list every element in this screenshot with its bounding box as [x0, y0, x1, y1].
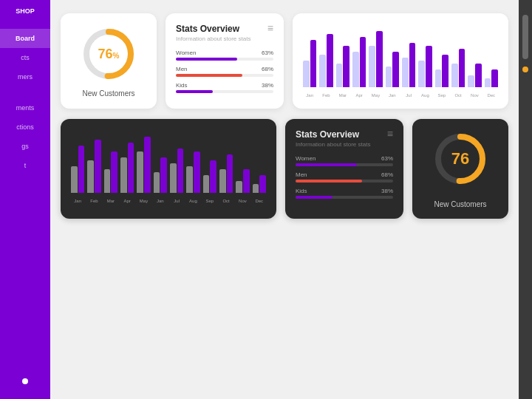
donut-dark-value: 76 — [451, 149, 469, 168]
bar-b — [259, 175, 266, 193]
bar-month-label: Jul — [402, 93, 415, 98]
bar-group — [137, 137, 150, 193]
bar-a — [369, 46, 375, 87]
bar-b — [95, 140, 101, 193]
bar-a — [485, 78, 491, 87]
bar-group — [386, 52, 399, 87]
bar-group — [186, 151, 200, 193]
bar-b — [227, 154, 233, 193]
stat-row-women: Women 63% — [176, 50, 273, 61]
bar-a — [253, 184, 259, 193]
bar-month-label: Mar — [336, 93, 349, 98]
bar-b — [128, 143, 134, 193]
bar-month-label: Jul — [170, 199, 183, 203]
bar-group — [219, 154, 233, 193]
stat-dark-value-men: 68% — [381, 171, 393, 178]
bar-month-label: Aug — [186, 199, 200, 203]
bar-b — [491, 69, 498, 87]
stat-label-men: Men — [176, 66, 188, 72]
bar-group — [87, 140, 100, 193]
bar-group — [485, 69, 498, 87]
stat-value-kids: 38% — [262, 82, 273, 89]
bar-b — [442, 55, 449, 87]
stat-dark-row-men: Men 68% — [296, 171, 393, 183]
sidebar-item-ments[interactable]: ments — [0, 98, 50, 117]
bar-month-label: Sep — [203, 199, 216, 203]
stats-dark-subtitle: Information about store stats — [296, 141, 393, 148]
bar-month-label: May — [137, 199, 150, 203]
bar-a — [137, 151, 143, 193]
bar-a — [236, 181, 242, 193]
bar-group — [319, 34, 332, 87]
donut-light-value: 76% — [98, 47, 120, 62]
sidebar-bottom-dot — [22, 378, 28, 384]
stats-light-card: ≡ Stats Overview Information about store… — [166, 13, 284, 109]
bar-a — [336, 64, 343, 87]
bar-month-label: Apr — [352, 93, 366, 98]
stats-dark-menu-icon[interactable]: ≡ — [387, 128, 393, 140]
bar-group — [120, 143, 134, 193]
stats-light-title: Stats Overview — [176, 24, 273, 34]
stat-value-women: 63% — [262, 50, 273, 56]
stats-light-menu-icon[interactable]: ≡ — [267, 22, 273, 34]
stat-dark-value-kids: 38% — [381, 188, 393, 194]
bar-b — [327, 34, 333, 87]
bar-group — [352, 37, 366, 87]
bar-group — [369, 31, 382, 87]
bar-a — [468, 75, 474, 87]
bar-group — [170, 149, 183, 193]
sidebar-item-cts[interactable]: cts — [0, 48, 50, 67]
bar-b — [376, 31, 383, 87]
bar-month-label: Feb — [87, 199, 100, 203]
scrollbar-thumb[interactable] — [522, 15, 528, 59]
bar-b — [243, 169, 250, 193]
bar-a — [186, 166, 193, 193]
sidebar-item-label: ctions — [16, 123, 34, 131]
sidebar-item-label: Board — [16, 35, 35, 42]
bar-b — [210, 160, 216, 193]
bar-group — [236, 169, 249, 193]
donut-light-card: 76% New Customers — [61, 13, 157, 109]
bar-group — [71, 146, 84, 193]
sidebar-item-label: mers — [18, 73, 33, 81]
bar-month-label: Oct — [219, 199, 233, 203]
bar-a — [386, 66, 392, 87]
sidebar-item-label: cts — [21, 54, 30, 61]
sidebar-item-board[interactable]: Board — [0, 29, 50, 48]
bar-b — [409, 43, 416, 87]
bar-b — [310, 40, 317, 87]
donut-dark-chart: 76 — [431, 129, 490, 188]
stat-dark-value-women: 63% — [381, 155, 393, 162]
stat-dark-label-kids: Kids — [296, 188, 307, 194]
bar-a — [451, 64, 458, 87]
stat-row-men: Men 68% — [176, 66, 273, 77]
sidebar-item-empty[interactable] — [0, 86, 50, 98]
bar-chart-dark-card: JanFebMarAprMayJanJulAugSepOctNovDec — [61, 119, 276, 219]
donut-dark-title: New Customers — [434, 200, 486, 208]
bar-a — [418, 61, 425, 87]
sidebar-item-ctions[interactable]: ctions — [0, 117, 50, 137]
bar-a — [154, 172, 160, 193]
bar-month-label: May — [369, 93, 382, 98]
sidebar-item-gs[interactable]: gs — [0, 137, 50, 156]
bar-month-label: Apr — [120, 199, 134, 203]
bar-b — [459, 49, 466, 87]
bar-b — [392, 52, 399, 87]
bar-month-label: Feb — [319, 93, 332, 98]
sidebar-item-mers[interactable]: mers — [0, 67, 50, 86]
bar-chart-light-labels: JanFebMarAprMayJanJulAugSepOctNovDec — [303, 93, 498, 98]
bar-a — [319, 55, 326, 87]
bar-group — [402, 43, 415, 87]
sidebar-item-t[interactable]: t — [0, 156, 50, 175]
bar-month-label: Sep — [435, 93, 449, 98]
bar-a — [303, 61, 310, 87]
bar-month-label: Dec — [253, 199, 266, 203]
bar-b — [78, 146, 85, 193]
bar-b — [111, 151, 117, 193]
bar-b — [144, 137, 151, 193]
sidebar-item-label: t — [24, 162, 27, 169]
bar-a — [120, 157, 127, 193]
bar-a — [71, 166, 78, 193]
bar-group — [154, 157, 167, 193]
bar-group — [418, 46, 432, 87]
